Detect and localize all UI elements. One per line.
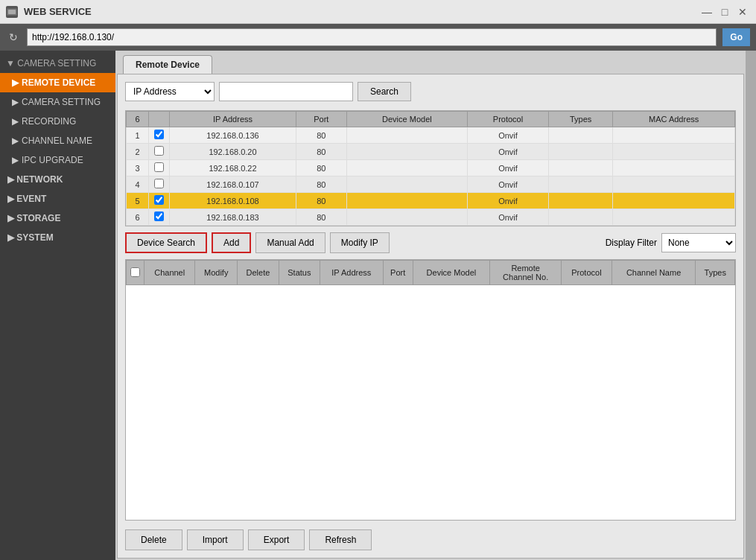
lower-col-delete: Delete [238, 261, 279, 285]
row-port: 80 [296, 209, 347, 226]
scrollbar-area [746, 51, 756, 560]
delete-button[interactable]: Delete [125, 529, 182, 550]
tab-header: Remote Device [115, 51, 746, 74]
table-row[interactable]: 3 192.168.0.22 80 Onvif [127, 160, 735, 176]
row-port: 80 [296, 160, 347, 176]
search-type-dropdown[interactable]: IP Address Device Name [125, 82, 215, 101]
action-row: Device Search Add Manual Add Modify IP D… [125, 232, 736, 253]
col-header-mac: MAC Address [613, 112, 735, 127]
row-mac [613, 176, 735, 193]
sidebar-item-channel-name[interactable]: ▶ CHANNEL NAME [0, 131, 115, 150]
row-protocol: Onvif [468, 209, 549, 226]
lower-col-model: Device Model [413, 261, 490, 285]
lower-col-protocol: Protocol [562, 261, 612, 285]
lower-col-remote-channel: RemoteChannel No. [490, 261, 562, 285]
row-num: 5 [127, 193, 149, 209]
row-types [548, 209, 612, 226]
row-num: 6 [127, 209, 149, 226]
sidebar-item-camera-setting[interactable]: ▶ CAMERA SETTING [0, 92, 115, 112]
lower-col-modify: Modify [195, 261, 238, 285]
window-controls: — □ ✕ [699, 4, 750, 19]
search-button[interactable]: Search [358, 82, 411, 101]
row-protocol: Onvif [468, 127, 549, 144]
row-types [548, 193, 612, 209]
row-mac [613, 127, 735, 144]
table-row[interactable]: 5 192.168.0.108 80 Onvif [127, 193, 735, 209]
modify-ip-button[interactable]: Modify IP [330, 232, 390, 253]
refresh-button[interactable]: Refresh [309, 529, 372, 550]
lower-col-channel: Channel [144, 261, 195, 285]
row-protocol: Onvif [468, 193, 549, 209]
display-filter-dropdown[interactable]: None All Online Offline [661, 233, 736, 252]
row-mac [613, 209, 735, 226]
sidebar-item-storage[interactable]: ▶ STORAGE [0, 209, 115, 228]
lower-table: Channel Modify Delete Status IP Address … [126, 260, 735, 285]
table-row[interactable]: 1 192.168.0.136 80 Onvif [127, 127, 735, 144]
col-header-model: Device Model [346, 112, 467, 127]
lower-col-types: Types [696, 261, 735, 285]
sidebar-item-system[interactable]: ▶ SYSTEM [0, 228, 115, 247]
row-ip: 192.168.0.183 [170, 209, 296, 226]
sidebar-item-event[interactable]: ▶ EVENT [0, 189, 115, 209]
row-check[interactable] [149, 209, 170, 226]
row-protocol: Onvif [468, 160, 549, 176]
sidebar-arrow-channel: ▶ [12, 136, 19, 146]
row-num: 4 [127, 176, 149, 193]
row-check[interactable] [149, 176, 170, 193]
table-row[interactable]: 4 192.168.0.107 80 Onvif [127, 176, 735, 193]
export-button[interactable]: Export [248, 529, 305, 550]
col-header-num: 6 [127, 112, 149, 127]
row-protocol: Onvif [468, 144, 549, 160]
sidebar-item-remote-device[interactable]: ▶ REMOTE DEVICE [0, 73, 115, 92]
table-row[interactable]: 2 192.168.0.20 80 Onvif [127, 144, 735, 160]
sidebar-arrow-camera: ▶ [12, 97, 19, 107]
sidebar-section-label: ▼ CAMERA SETTING [6, 58, 96, 69]
url-input[interactable] [27, 28, 717, 46]
sidebar-item-network[interactable]: ▶ NETWORK [0, 170, 115, 189]
row-model [346, 193, 467, 209]
minimize-button[interactable]: — [699, 4, 714, 19]
table-row[interactable]: 6 192.168.0.183 80 Onvif [127, 209, 735, 226]
row-num: 1 [127, 127, 149, 144]
sidebar-arrow-remote: ▶ [12, 77, 19, 88]
row-ip: 192.168.0.136 [170, 127, 296, 144]
add-button[interactable]: Add [212, 232, 251, 253]
close-button[interactable]: ✕ [735, 4, 750, 19]
row-check[interactable] [149, 193, 170, 209]
tab-remote-device[interactable]: Remote Device [123, 55, 212, 74]
app-icon [6, 6, 18, 18]
row-port: 80 [296, 127, 347, 144]
row-ip: 192.168.0.108 [170, 193, 296, 209]
svg-rect-1 [8, 10, 16, 14]
upper-table: 6 IP Address Port Device Model Protocol … [126, 111, 735, 226]
row-mac [613, 160, 735, 176]
row-mac [613, 193, 735, 209]
row-types [548, 160, 612, 176]
sidebar-section-camera[interactable]: ▼ CAMERA SETTING [0, 54, 115, 73]
row-num: 2 [127, 144, 149, 160]
row-port: 80 [296, 176, 347, 193]
row-model [346, 127, 467, 144]
device-search-button[interactable]: Device Search [125, 232, 207, 253]
row-types [548, 176, 612, 193]
lower-col-ip: IP Address [320, 261, 383, 285]
sidebar-item-recording[interactable]: ▶ RECORDING [0, 112, 115, 131]
manual-add-button[interactable]: Manual Add [255, 232, 325, 253]
go-button[interactable]: Go [722, 28, 750, 46]
import-button[interactable]: Import [187, 529, 244, 550]
refresh-icon[interactable]: ↻ [6, 30, 21, 45]
row-check[interactable] [149, 160, 170, 176]
lower-col-status: Status [279, 261, 320, 285]
select-all-checkbox[interactable] [130, 267, 140, 277]
row-num: 3 [127, 160, 149, 176]
sidebar-item-ipc-upgrade[interactable]: ▶ IPC UPGRADE [0, 150, 115, 170]
row-types [548, 144, 612, 160]
row-model [346, 209, 467, 226]
maximize-button[interactable]: □ [717, 4, 732, 19]
inner-content: IP Address Device Name Search 6 IP Addre… [117, 74, 744, 559]
row-model [346, 176, 467, 193]
row-check[interactable] [149, 144, 170, 160]
row-check[interactable] [149, 127, 170, 144]
search-input[interactable] [219, 82, 353, 101]
app-title: WEB SERVICE [24, 6, 693, 17]
